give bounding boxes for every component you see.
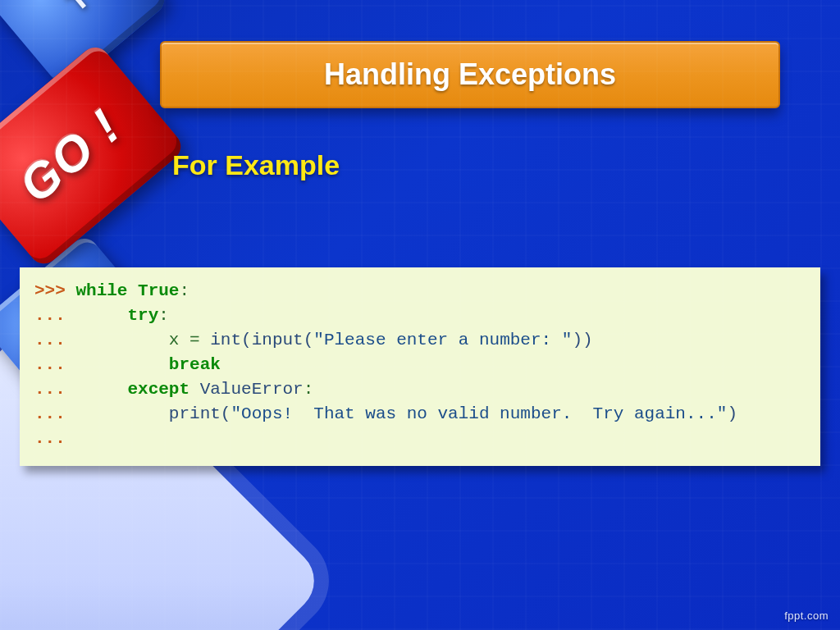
kw-try: try [127, 306, 158, 325]
colon-1: : [179, 281, 189, 300]
kw-while: while [75, 281, 127, 300]
title-bar: Handling Exceptions [160, 41, 780, 108]
prompt-cont-5: ... [34, 380, 75, 399]
paren-3a: ( [241, 331, 252, 349]
footer-credit: fppt.com [784, 609, 829, 622]
code-line-1: >>> while True: [34, 279, 806, 304]
colon-2: : [158, 306, 169, 325]
code-block: >>> while True: ... try: ... x = int(inp… [20, 267, 820, 466]
slide: T GO ! Handling Exceptions For Example >… [0, 0, 840, 630]
str-oops: "Oops! That was no valid number. Try aga… [231, 404, 727, 423]
t-key-label: T [59, 0, 96, 19]
prompt-cont-2: ... [34, 306, 75, 325]
op-eq: = [179, 331, 210, 349]
slide-title: Handling Exceptions [324, 57, 616, 92]
go-key-icon: GO ! [0, 42, 187, 270]
code-line-2: ... try: [34, 304, 806, 328]
kw-except: except [127, 380, 189, 399]
prompt-cont-3: ... [34, 331, 75, 349]
fn-input: input [252, 331, 304, 349]
paren-3c: )) [572, 331, 592, 349]
fn-print: print [169, 404, 221, 423]
kw-break: break [169, 355, 221, 374]
code-line-5: ... except ValueError: [34, 377, 806, 402]
code-line-3: ... x = int(input("Please enter a number… [34, 328, 806, 353]
paren-6b: ) [727, 404, 737, 423]
prompt-cont-6: ... [34, 404, 75, 423]
kw-true: True [138, 281, 179, 300]
paren-6a: ( [221, 404, 231, 423]
code-line-7: ... [34, 427, 806, 451]
prompt-cont-4: ... [34, 355, 75, 374]
slide-subtitle: For Example [172, 149, 340, 181]
prompt-cont-7: ... [34, 429, 75, 448]
code-line-6: ... print("Oops! That was no valid numbe… [34, 402, 806, 427]
fn-int: int [210, 331, 241, 349]
colon-5: : [304, 380, 314, 399]
exc-valueerror: ValueError [189, 380, 304, 399]
code-line-4: ... break [34, 353, 806, 377]
prompt-main: >>> [34, 281, 75, 300]
go-key-label: GO ! [8, 98, 131, 214]
str-prompt: "Please enter a number: " [313, 331, 572, 349]
paren-3b: ( [304, 331, 314, 349]
var-x: x [169, 331, 180, 349]
